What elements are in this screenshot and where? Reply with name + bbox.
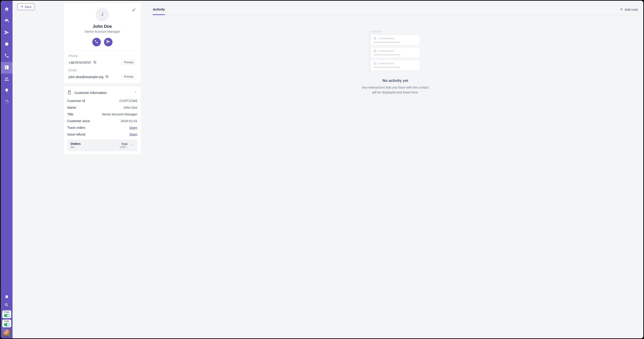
email-value: john.doe@example.org [69, 75, 103, 79]
nav-calls[interactable] [1, 50, 12, 62]
nav-automation[interactable] [1, 39, 12, 50]
edit-contact-button[interactable] [132, 8, 136, 13]
customer-info-card: Customer Information Customer IdCUST1234… [64, 86, 141, 155]
track-orders-link[interactable]: Open [130, 126, 137, 130]
orders-expander[interactable]: Orders 3st Total 1197:- [67, 140, 137, 151]
phone-label: Phone [69, 54, 136, 58]
orders-total-label: Total [121, 142, 128, 146]
email-primary-tag: Primary [122, 74, 136, 79]
phone-primary-tag: Primary [122, 60, 136, 65]
nav-team[interactable] [1, 74, 12, 85]
chat-icon [4, 18, 9, 24]
copy-email-button[interactable] [105, 75, 109, 79]
svg-point-1 [6, 66, 7, 67]
nav-home[interactable] [1, 4, 12, 16]
orders-count: 3st [70, 146, 81, 149]
contact-card-icon [4, 65, 9, 71]
call-button[interactable] [92, 38, 101, 46]
send-icon [106, 40, 110, 44]
nav-chats[interactable] [1, 16, 12, 27]
customer-id-value: CUST12345 [120, 99, 137, 103]
nav-send[interactable] [1, 27, 12, 39]
track-orders-key: Track orders [67, 126, 86, 130]
activity-empty-state: No activity yet Any interactions that yo… [153, 31, 322, 95]
document-icon [67, 90, 72, 95]
nav-contacts[interactable] [1, 62, 12, 74]
chevron-down-icon [130, 143, 134, 148]
back-button-label: Back [25, 5, 32, 8]
contact-title: Senior Account Manager [84, 30, 120, 33]
email-label: Email [69, 68, 136, 72]
chevron-up-icon [134, 91, 137, 94]
customer-name-value: John Doe [124, 106, 137, 109]
phone-icon [4, 53, 9, 59]
customer-name-key: Name [67, 106, 76, 109]
nav-help[interactable] [1, 97, 12, 108]
pencil-icon [132, 9, 136, 12]
customer-title-value: Senior Account Manager [102, 112, 137, 116]
customer-title-key: Title [67, 112, 73, 116]
issue-refund-link[interactable]: Open [130, 132, 137, 136]
profile-card: J John Doe Senior Account Manager Pho [64, 3, 141, 84]
people-icon [4, 76, 9, 82]
tab-activity[interactable]: Activity [153, 6, 165, 15]
help-icon [4, 100, 9, 106]
issue-refund-key: Issue refund [67, 132, 85, 136]
arrow-left-icon [20, 5, 24, 9]
back-button[interactable]: Back [18, 3, 34, 10]
customer-since-key: Customer since [67, 119, 90, 123]
contact-avatar: J [96, 8, 109, 21]
send-icon [4, 30, 9, 36]
orders-total-value: 1197:- [120, 146, 128, 149]
message-button[interactable] [104, 38, 112, 46]
lightbulb-icon [4, 88, 9, 94]
collapse-customer-info-button[interactable] [134, 90, 137, 95]
copy-phone-button[interactable] [93, 60, 96, 64]
copy-icon [105, 75, 109, 79]
customer-since-value: 2024-01-01 [121, 119, 137, 123]
customer-id-key: Customer Id [67, 99, 85, 103]
customer-info-header: Customer Information [74, 91, 107, 94]
gear-icon [4, 42, 9, 48]
phone-value: +46707070707 [69, 60, 91, 64]
contact-avatar-initial: J [101, 12, 103, 17]
tab-activity-label: Activity [153, 8, 165, 11]
contact-name: John Doe [92, 24, 112, 29]
phone-icon [94, 40, 98, 44]
orders-label: Orders [70, 142, 81, 146]
copy-icon [93, 61, 96, 64]
activity-tabs: Activity Add note [153, 6, 322, 15]
sidebar: Chats Calls [1, 1, 12, 170]
home-icon [4, 6, 10, 13]
nav-insights[interactable] [1, 85, 12, 97]
